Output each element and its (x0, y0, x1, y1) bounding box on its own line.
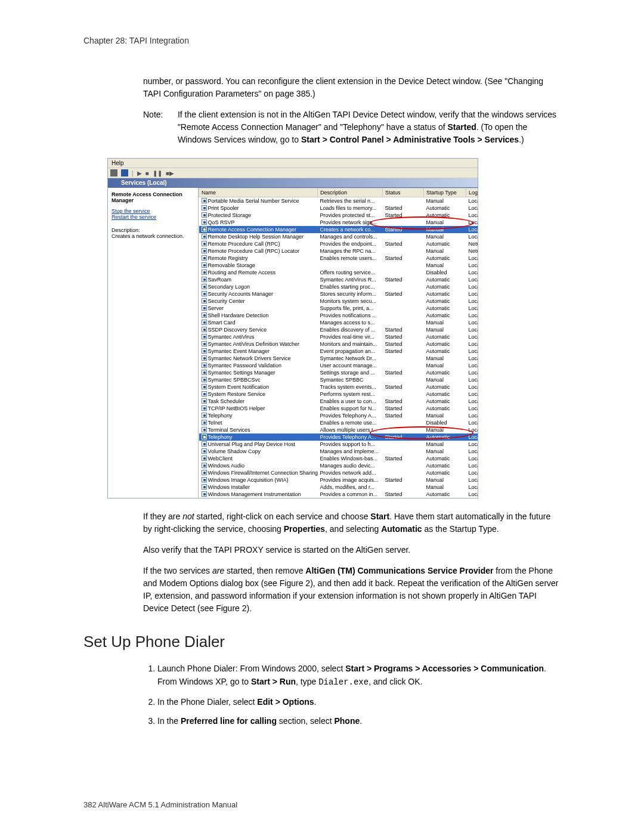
service-name-cell[interactable]: Security Center (199, 298, 318, 305)
toolbar-stop-icon[interactable]: ■ (145, 170, 149, 176)
service-name-cell[interactable]: WebClient (199, 455, 318, 462)
table-row[interactable]: Volume Shadow CopyManages and impleme...… (199, 448, 478, 455)
table-row[interactable]: QoS RSVPProvides network sign...ManualLo… (199, 219, 478, 226)
table-row[interactable]: Routing and Remote AccessOffers routing … (199, 269, 478, 276)
service-name-cell[interactable]: Windows Management Instrumentation (199, 491, 318, 498)
service-name-cell[interactable]: Shell Hardware Detection (199, 312, 318, 319)
toolbar-icon[interactable] (121, 169, 128, 176)
toolbar-restart-icon[interactable]: ■▶ (166, 170, 174, 176)
toolbar-icon[interactable] (110, 169, 117, 176)
table-row[interactable]: Task SchedulerEnables a user to con...St… (199, 398, 478, 405)
table-row[interactable]: Secondary LogonEnables starting proc...A… (199, 283, 478, 290)
service-name-cell[interactable]: Symantec Network Drivers Service (199, 355, 318, 362)
table-row[interactable]: Symantec AntiVirusProvides real-time vir… (199, 333, 478, 340)
table-row[interactable]: Symantec Settings ManagerSettings storag… (199, 369, 478, 376)
node-header[interactable]: Services (Local) (108, 178, 478, 188)
table-row[interactable]: Windows Firewall/Internet Connection Sha… (199, 469, 478, 476)
toolbar-pause-icon[interactable]: ❚❚ (153, 170, 162, 176)
table-row[interactable]: Remote Desktop Help Session ManagerManag… (199, 233, 478, 240)
col-startup[interactable]: Startup Type (424, 188, 466, 197)
service-name-cell[interactable]: Secondary Logon (199, 283, 318, 290)
service-name-cell[interactable]: SavRoam (199, 276, 318, 283)
service-name-cell[interactable]: Telephony (199, 412, 318, 419)
stop-service-link[interactable]: Stop the service (112, 208, 194, 214)
table-row[interactable]: Security Accounts ManagerStores security… (199, 290, 478, 298)
service-name-cell[interactable]: QoS RSVP (199, 219, 318, 226)
service-name-cell[interactable]: Remote Desktop Help Session Manager (199, 233, 318, 240)
table-row[interactable]: Universal Plug and Play Device HostProvi… (199, 441, 478, 448)
service-name-cell[interactable]: Routing and Remote Access (199, 269, 318, 276)
service-name-cell[interactable]: Symantec AntiVirus Definition Watcher (199, 340, 318, 348)
table-row[interactable]: SavRoamSymantec AntiVirus R...StartedAut… (199, 276, 478, 283)
table-row[interactable]: Symantec Event ManagerEvent propagation … (199, 348, 478, 355)
table-row[interactable]: Remote Procedure Call (RPC)Provides the … (199, 240, 478, 247)
menu-help[interactable]: Help (112, 160, 124, 166)
service-name-cell[interactable]: Telnet (199, 419, 318, 426)
service-name-cell[interactable]: Symantec SPBBCSvc (199, 376, 318, 383)
service-name-cell[interactable]: Symantec Settings Manager (199, 369, 318, 376)
service-name-cell[interactable]: Symantec AntiVirus (199, 333, 318, 340)
table-row[interactable]: WebClientEnables Windows-bas...StartedAu… (199, 455, 478, 462)
col-name[interactable]: Name (199, 188, 318, 197)
table-row[interactable]: Portable Media Serial Number ServiceRetr… (199, 197, 478, 205)
table-row[interactable]: TCP/IP NetBIOS HelperEnables support for… (199, 405, 478, 412)
service-name-cell[interactable]: Remote Registry (199, 255, 318, 262)
service-name-cell[interactable]: Windows Audio (199, 462, 318, 469)
service-name-cell[interactable]: Print Spooler (199, 205, 318, 212)
table-row[interactable]: Symantec SPBBCSvcSymantec SPBBCManualLoc… (199, 376, 478, 383)
service-name-cell[interactable]: System Event Notification (199, 383, 318, 391)
table-row[interactable]: Windows Image Acquisition (WIA)Provides … (199, 476, 478, 484)
table-row[interactable]: Windows Management InstrumentationProvid… (199, 491, 478, 498)
service-name-cell[interactable]: SSDP Discovery Service (199, 326, 318, 333)
services-table[interactable]: Name Description Status Startup Type Log… (199, 188, 478, 498)
table-row[interactable]: Remote Procedure Call (RPC) LocatorManag… (199, 247, 478, 255)
service-name-cell[interactable]: TCP/IP NetBIOS Helper (199, 405, 318, 412)
service-name-cell[interactable]: Smart Card (199, 319, 318, 326)
table-row[interactable]: Windows InstallerAdds, modifies, and r..… (199, 484, 478, 491)
service-name-cell[interactable]: Security Accounts Manager (199, 290, 318, 298)
service-name-cell[interactable]: Terminal Services (199, 426, 318, 433)
table-row[interactable]: Print SpoolerLoads files to memory...Sta… (199, 205, 478, 212)
service-name-cell[interactable]: Portable Media Serial Number Service (199, 197, 318, 205)
service-name-cell[interactable]: Volume Shadow Copy (199, 448, 318, 455)
table-row[interactable]: Terminal ServicesAllows multiple users t… (199, 426, 478, 433)
table-row[interactable]: Removable StorageManualLocal S (199, 262, 478, 269)
service-name-cell[interactable]: Windows Firewall/Internet Connection Sha… (199, 469, 318, 476)
table-row[interactable]: Windows AudioManages audio devic...Autom… (199, 462, 478, 469)
service-name-cell[interactable]: Remote Procedure Call (RPC) (199, 240, 318, 247)
restart-service-link[interactable]: Restart the service (112, 214, 194, 220)
table-row[interactable]: Security CenterMonitors system secu...Au… (199, 298, 478, 305)
table-row[interactable]: Protected StorageProvides protected st..… (199, 212, 478, 219)
service-name-cell[interactable]: Symantec Event Manager (199, 348, 318, 355)
service-name-cell[interactable]: Removable Storage (199, 262, 318, 269)
table-row[interactable]: Symantec AntiVirus Definition WatcherMon… (199, 340, 478, 348)
table-row[interactable]: Symantec Password ValidationUser account… (199, 362, 478, 369)
table-row[interactable]: SSDP Discovery ServiceEnables discovery … (199, 326, 478, 333)
col-logon[interactable]: Log On (466, 188, 478, 197)
table-row[interactable]: TelephonyProvides Telephony A...StartedA… (199, 433, 478, 441)
table-row[interactable]: Remote RegistryEnables remote users...St… (199, 255, 478, 262)
table-header-row[interactable]: Name Description Status Startup Type Log… (199, 188, 478, 197)
service-name-cell[interactable]: Remote Procedure Call (RPC) Locator (199, 247, 318, 255)
service-name-cell[interactable]: Windows Image Acquisition (WIA) (199, 476, 318, 484)
table-row[interactable]: System Event NotificationTracks system e… (199, 383, 478, 391)
service-name-cell[interactable]: Universal Plug and Play Device Host (199, 441, 318, 448)
service-name-cell[interactable]: Task Scheduler (199, 398, 318, 405)
service-name-cell[interactable]: Symantec Password Validation (199, 362, 318, 369)
table-row[interactable]: Symantec Network Drivers ServiceSymantec… (199, 355, 478, 362)
service-name-cell[interactable]: Protected Storage (199, 212, 318, 219)
table-row[interactable]: Smart CardManages access to s...ManualLo… (199, 319, 478, 326)
service-name-cell[interactable]: Server (199, 305, 318, 312)
table-row[interactable]: Shell Hardware DetectionProvides notific… (199, 312, 478, 319)
col-status[interactable]: Status (383, 188, 424, 197)
service-name-cell[interactable]: Remote Access Connection Manager (199, 226, 318, 233)
service-name-cell[interactable]: Windows Installer (199, 484, 318, 491)
table-row[interactable]: TelnetEnables a remote use...DisabledLoc… (199, 419, 478, 426)
service-name-cell[interactable]: Telephony (199, 433, 318, 441)
table-row[interactable]: System Restore ServicePerforms system re… (199, 391, 478, 398)
toolbar-play-icon[interactable]: ▶ (137, 170, 142, 176)
service-name-cell[interactable]: System Restore Service (199, 391, 318, 398)
table-row[interactable]: Remote Access Connection ManagerCreates … (199, 226, 478, 233)
table-row[interactable]: ServerSupports file, print, a...Automati… (199, 305, 478, 312)
col-description[interactable]: Description (318, 188, 383, 197)
